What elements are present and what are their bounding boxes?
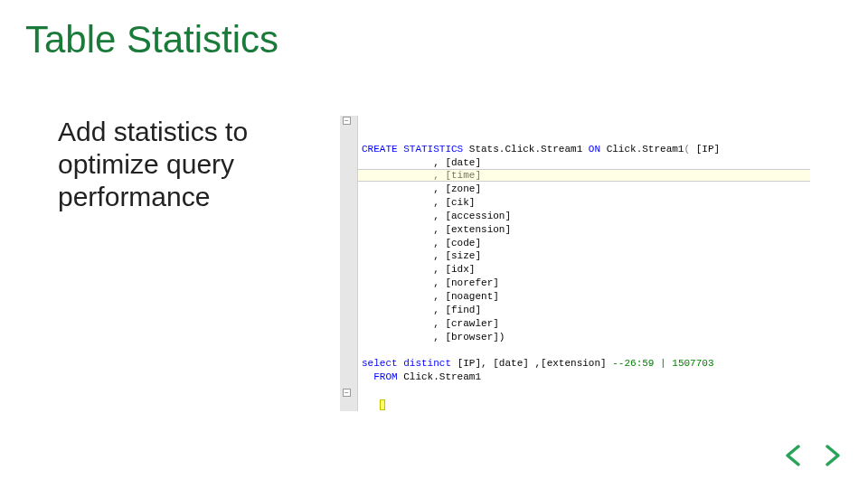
code-text: , [idx] [433,264,475,275]
code-text: , [time] [433,170,481,181]
code-text: Click.Stream1 [600,144,684,155]
code-text: , [cik] [433,197,475,208]
slide-subtitle: Add statistics to optimize query perform… [25,116,315,213]
prev-slide-icon[interactable] [781,443,807,468]
code-text: , [norefer] [433,277,499,288]
code-gutter: − − [340,116,358,411]
code-text: , [size] [433,250,481,261]
code-editor: − − CREATE STATISTICS Stats.Click.Stream… [340,116,810,411]
content-row: Add statistics to optimize query perform… [25,116,843,411]
slide-title: Table Statistics [25,18,843,61]
code-text: Stats.Click.Stream1 [463,144,589,155]
code-text: [IP], [date] ,[extension] [451,358,612,369]
code-text: [IP] [690,144,720,155]
code-text: , [crawler] [433,318,499,329]
comment: --26:59 | 1507703 [612,358,713,369]
code-text: , [find] [433,305,481,315]
keyword: CREATE STATISTICS [362,144,463,155]
current-line-highlight [358,169,810,182]
fold-toggle-icon[interactable]: − [343,389,351,397]
slide-nav [781,443,844,468]
code-text: , [accession] [433,211,511,221]
cursor-icon [380,399,385,410]
fold-toggle-icon[interactable]: − [343,117,351,125]
code-text: , [browser]) [433,332,505,343]
code-text: , [extension] [433,224,511,235]
code-body[interactable]: CREATE STATISTICS Stats.Click.Stream1 ON… [358,116,810,411]
code-text: , [date] [433,157,481,168]
keyword: select distinct [362,358,451,369]
code-text: , [zone] [433,183,481,194]
slide: Table Statistics Add statistics to optim… [0,0,868,488]
keyword: ON [589,144,600,155]
code-text: Click.Stream1 [398,371,481,382]
keyword: FROM [373,371,397,382]
code-text: , [code] [433,238,481,249]
code-text: , [noagent] [433,291,499,302]
next-slide-icon[interactable] [819,443,844,468]
